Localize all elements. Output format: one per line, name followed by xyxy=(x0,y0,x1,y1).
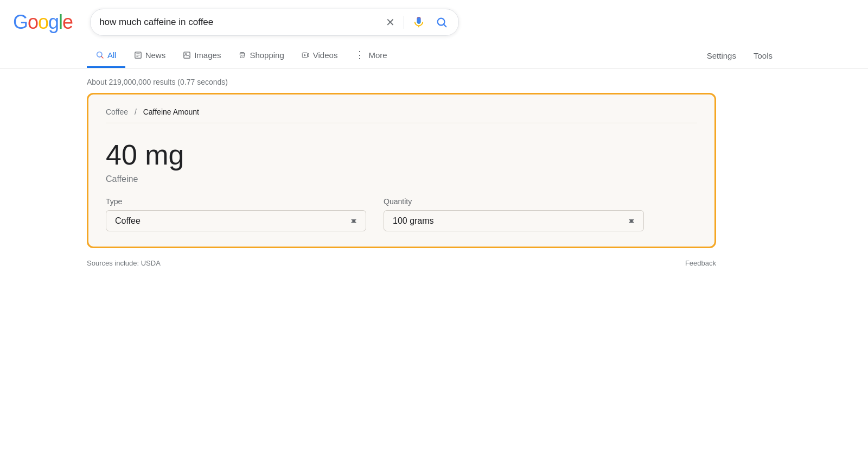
search-input[interactable]: how much caffeine in coffee xyxy=(99,17,377,28)
search-icon xyxy=(436,16,448,28)
sources-footer: Sources include: USDA Feedback xyxy=(0,253,803,274)
tab-more[interactable]: ⋮ More xyxy=(346,42,395,69)
quantity-selector-group: Quantity 100 grams 1 cup (240 ml) 1 oz 1… xyxy=(384,197,644,231)
type-selector-group: Type Coffee Espresso Tea Energy Drink xyxy=(106,197,366,231)
breadcrumb: Coffee / Caffeine Amount xyxy=(106,108,697,116)
type-label: Type xyxy=(106,197,366,206)
tab-shopping[interactable]: Shopping xyxy=(229,44,292,68)
caffeine-amount: 40 mg xyxy=(106,138,697,171)
quantity-select[interactable]: 100 grams 1 cup (240 ml) 1 oz 1 tbsp xyxy=(384,210,644,231)
search-divider xyxy=(404,16,404,29)
news-tab-icon xyxy=(134,51,142,59)
sources-text: Sources include: USDA xyxy=(87,259,161,267)
breadcrumb-current: Caffeine Amount xyxy=(143,108,199,116)
mic-icon xyxy=(413,16,425,28)
featured-snippet-card: Coffee / Caffeine Amount 40 mg Caffeine … xyxy=(87,93,716,248)
google-logo[interactable]: Google xyxy=(13,11,73,34)
feedback-link[interactable]: Feedback xyxy=(685,259,716,267)
type-select[interactable]: Coffee Espresso Tea Energy Drink xyxy=(106,210,366,231)
search-bar: how much caffeine in coffee ✕ xyxy=(90,9,459,36)
tab-news[interactable]: News xyxy=(125,44,175,68)
nav-tabs: All News Images Shopping Vide xyxy=(0,42,868,69)
more-dots-icon: ⋮ xyxy=(355,49,365,61)
search-button[interactable] xyxy=(433,14,450,30)
results-count: About 219,000,000 results (0.77 seconds) xyxy=(0,69,868,93)
voice-search-button[interactable] xyxy=(411,14,427,30)
all-tab-icon xyxy=(95,51,104,59)
tab-images[interactable]: Images xyxy=(174,44,229,68)
svg-line-3 xyxy=(101,56,103,58)
nav-right: Settings Tools xyxy=(698,45,781,67)
tools-link[interactable]: Tools xyxy=(745,45,781,67)
svg-rect-8 xyxy=(184,52,190,58)
breadcrumb-link[interactable]: Coffee xyxy=(106,108,128,116)
main-content: Coffee / Caffeine Amount 40 mg Caffeine … xyxy=(0,93,868,248)
svg-line-1 xyxy=(444,24,446,27)
caffeine-label: Caffeine xyxy=(106,174,697,184)
tab-all[interactable]: All xyxy=(87,44,125,68)
shopping-tab-icon xyxy=(238,51,246,59)
search-bar-icons: ✕ xyxy=(384,14,450,31)
images-tab-icon xyxy=(183,51,191,59)
settings-link[interactable]: Settings xyxy=(698,45,745,67)
breadcrumb-separator: / xyxy=(135,108,137,116)
quantity-label: Quantity xyxy=(384,197,644,206)
tab-videos[interactable]: Videos xyxy=(293,44,347,68)
card-divider xyxy=(106,123,697,123)
header: Google how much caffeine in coffee ✕ xyxy=(0,0,868,42)
clear-button[interactable]: ✕ xyxy=(384,14,397,31)
selectors-row: Type Coffee Espresso Tea Energy Drink Qu… xyxy=(106,197,697,231)
videos-tab-icon xyxy=(302,51,310,59)
svg-marker-12 xyxy=(304,54,306,56)
